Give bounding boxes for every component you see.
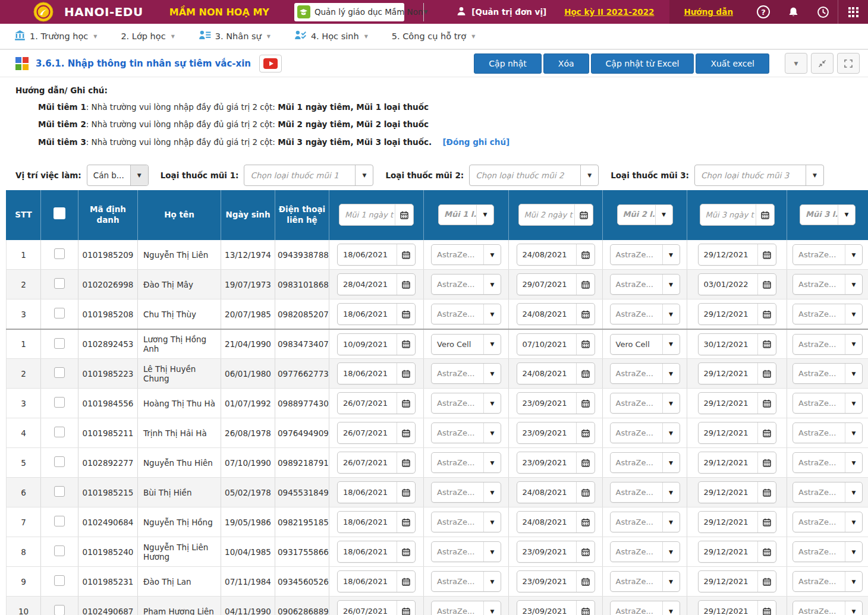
calendar-icon[interactable] bbox=[576, 363, 595, 384]
dose2-vaccine-select[interactable]: AstraZe... ▼ bbox=[610, 393, 680, 414]
dose3-date-filter[interactable] bbox=[700, 204, 775, 226]
dose1-vaccine-select[interactable]: AstraZe... ▼ bbox=[431, 452, 501, 473]
dose1-vaccine-select[interactable]: AstraZe... ▼ bbox=[431, 244, 501, 265]
calendar-icon[interactable] bbox=[757, 304, 776, 324]
dose2-date-input[interactable] bbox=[517, 273, 595, 295]
dose1-vaccine-select[interactable]: Vero Cell ▼ bbox=[431, 334, 501, 355]
dose3-vaccine-select[interactable]: AstraZe... ▼ bbox=[792, 482, 863, 503]
calendar-icon[interactable] bbox=[576, 452, 595, 473]
dose2-date-input[interactable] bbox=[517, 511, 595, 533]
dose1-date-input[interactable] bbox=[337, 481, 416, 503]
calendar-icon[interactable] bbox=[397, 334, 415, 355]
dose3-date-input[interactable] bbox=[698, 333, 776, 355]
calendar-icon[interactable] bbox=[576, 244, 595, 265]
calendar-icon[interactable] bbox=[576, 512, 595, 532]
calendar-icon[interactable] bbox=[757, 482, 776, 503]
calendar-icon[interactable] bbox=[757, 601, 776, 615]
row-checkbox[interactable] bbox=[54, 575, 65, 586]
dose2-vaccine-select[interactable]: AstraZe... ▼ bbox=[610, 601, 680, 615]
calendar-icon[interactable] bbox=[757, 244, 776, 265]
calendar-icon[interactable] bbox=[397, 304, 415, 324]
module-select[interactable]: Quản lý giáo dục Mầm Non ▼ bbox=[294, 3, 404, 21]
dose3-date-input[interactable] bbox=[698, 362, 776, 384]
dose3-vaccine-select[interactable]: AstraZe... ▼ bbox=[792, 304, 863, 324]
dose3-date-input[interactable] bbox=[698, 422, 776, 444]
fullscreen-button[interactable] bbox=[837, 53, 860, 74]
row-checkbox[interactable] bbox=[54, 248, 65, 259]
dose3-date-input[interactable] bbox=[698, 244, 776, 266]
dose2-vaccine-select[interactable]: AstraZe... ▼ bbox=[610, 244, 680, 265]
calendar-icon[interactable] bbox=[397, 571, 415, 592]
dose1-date-input[interactable] bbox=[337, 422, 416, 444]
dose1-type-filter[interactable]: Mũi 1 l... ▼ bbox=[438, 204, 494, 225]
calendar-icon[interactable] bbox=[397, 482, 415, 503]
dose1-date-input[interactable] bbox=[337, 511, 416, 533]
calendar-icon[interactable] bbox=[397, 274, 415, 295]
dose1-date-input[interactable] bbox=[337, 600, 416, 615]
row-checkbox[interactable] bbox=[54, 545, 65, 556]
calendar-icon[interactable] bbox=[576, 274, 595, 295]
dose3-filter-select[interactable]: Chọn loại thuốc mũi 3 ▼ bbox=[694, 165, 824, 186]
update-button[interactable]: Cập nhật bbox=[474, 53, 542, 74]
dose2-date-input[interactable] bbox=[517, 481, 595, 503]
calendar-icon[interactable] bbox=[576, 482, 595, 503]
dose1-vaccine-select[interactable]: AstraZe... ▼ bbox=[431, 422, 501, 443]
dose1-vaccine-select[interactable]: AstraZe... ▼ bbox=[431, 541, 501, 562]
dose1-vaccine-select[interactable]: AstraZe... ▼ bbox=[431, 601, 501, 615]
nav-item-truong-hoc[interactable]: 1. Trường học ▼ bbox=[14, 30, 97, 43]
notifications-bell-icon[interactable] bbox=[778, 0, 808, 24]
dose2-date-input[interactable] bbox=[517, 333, 595, 355]
dose1-date-input[interactable] bbox=[337, 333, 416, 355]
dose2-date-input[interactable] bbox=[517, 570, 595, 592]
row-checkbox[interactable] bbox=[54, 456, 65, 467]
calendar-icon[interactable] bbox=[756, 204, 774, 225]
dose1-date-input[interactable] bbox=[337, 273, 416, 295]
calendar-icon[interactable] bbox=[576, 601, 595, 615]
calendar-icon[interactable] bbox=[397, 541, 415, 562]
calendar-icon[interactable] bbox=[757, 363, 776, 384]
dose2-date-input[interactable] bbox=[517, 422, 595, 444]
dose1-date-input[interactable] bbox=[337, 303, 416, 325]
calendar-icon[interactable] bbox=[574, 204, 593, 225]
history-clock-icon[interactable] bbox=[808, 0, 838, 24]
dose2-date-input[interactable] bbox=[517, 392, 595, 414]
calendar-icon[interactable] bbox=[397, 363, 415, 384]
dose2-date-input[interactable] bbox=[517, 541, 595, 563]
dose1-vaccine-select[interactable]: AstraZe... ▼ bbox=[431, 571, 501, 592]
calendar-icon[interactable] bbox=[757, 334, 776, 355]
dose2-date-input[interactable] bbox=[517, 303, 595, 325]
dose1-vaccine-select[interactable]: AstraZe... ▼ bbox=[431, 274, 501, 295]
export-excel-button[interactable]: Xuất excel bbox=[696, 53, 769, 74]
calendar-icon[interactable] bbox=[757, 452, 776, 473]
dose3-type-filter[interactable]: Mũi 3 l... ▼ bbox=[800, 204, 856, 225]
calendar-icon[interactable] bbox=[576, 541, 595, 562]
row-checkbox[interactable] bbox=[54, 427, 65, 437]
calendar-icon[interactable] bbox=[397, 422, 415, 443]
dose3-date-input[interactable] bbox=[698, 481, 776, 503]
dose3-vaccine-select[interactable]: AstraZe... ▼ bbox=[792, 274, 863, 295]
calendar-icon[interactable] bbox=[576, 422, 595, 443]
nav-item-hoc-sinh[interactable]: 4. Học sinh ▼ bbox=[294, 30, 368, 43]
calendar-icon[interactable] bbox=[757, 274, 776, 295]
dose3-vaccine-select[interactable]: AstraZe... ▼ bbox=[792, 571, 863, 592]
calendar-icon[interactable] bbox=[397, 452, 415, 473]
dose2-vaccine-select[interactable]: AstraZe... ▼ bbox=[610, 541, 680, 562]
dose2-vaccine-select[interactable]: Vero Cell ▼ bbox=[610, 334, 680, 355]
close-notes-link[interactable]: [Đóng ghi chú] bbox=[442, 137, 510, 147]
calendar-icon[interactable] bbox=[757, 541, 776, 562]
dose1-vaccine-select[interactable]: AstraZe... ▼ bbox=[431, 512, 501, 532]
dose1-date-input[interactable] bbox=[337, 452, 416, 474]
dose2-vaccine-select[interactable]: AstraZe... ▼ bbox=[610, 363, 680, 384]
dose2-date-input[interactable] bbox=[517, 452, 595, 474]
dose2-date-filter[interactable] bbox=[518, 204, 593, 226]
semester-link[interactable]: Học kỳ II 2021-2022 bbox=[564, 7, 654, 17]
position-filter-select[interactable]: Cán b... ▼ bbox=[87, 165, 149, 186]
dose3-date-input[interactable] bbox=[698, 392, 776, 414]
calendar-icon[interactable] bbox=[757, 422, 776, 443]
dose1-date-input[interactable] bbox=[337, 244, 416, 266]
dose3-vaccine-select[interactable]: AstraZe... ▼ bbox=[792, 422, 863, 443]
dose3-date-input[interactable] bbox=[698, 273, 776, 295]
dose3-vaccine-select[interactable]: AstraZe... ▼ bbox=[792, 334, 863, 355]
dose3-date-input[interactable] bbox=[698, 452, 776, 474]
dose3-date-input[interactable] bbox=[698, 511, 776, 533]
